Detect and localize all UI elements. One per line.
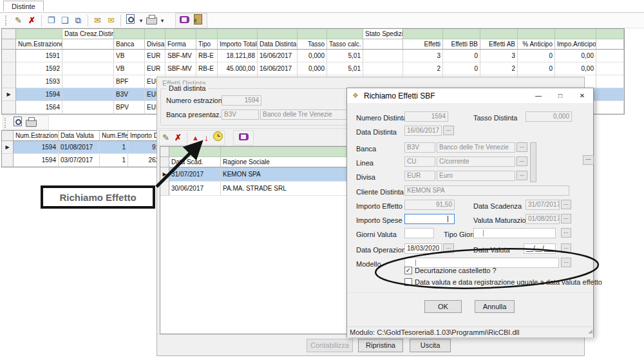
help-book-icon[interactable] (237, 131, 251, 144)
data-distinta-field[interactable]: 16/06/2017 (404, 126, 442, 136)
column-header[interactable] (596, 39, 624, 50)
contabilizza-button[interactable]: Contabilizza (307, 339, 353, 352)
data-operazione-field[interactable]: 18/03/2020 (404, 243, 442, 254)
mail-icon[interactable]: ✉ (104, 14, 118, 27)
warning-triangle-icon[interactable]: ▲ (190, 131, 201, 144)
toolbar-drag-handle[interactable] (5, 15, 8, 26)
column-header[interactable]: Banca (114, 39, 145, 50)
export-mail-icon[interactable]: ✉ (91, 14, 104, 27)
row-selector-current[interactable]: ▶ (160, 167, 169, 182)
column-header[interactable]: Num.Estrazione (16, 39, 62, 50)
table-row[interactable]: 1592VBEURSBF-MVRB-E45.000,0016/06/20170,… (2, 62, 624, 75)
decurtazione-checkbox[interactable]: ✓ (404, 267, 412, 274)
print-preview-icon[interactable] (11, 117, 24, 129)
row-selector-current[interactable]: ▶ (2, 141, 14, 154)
row-selector[interactable] (2, 101, 16, 114)
column-header[interactable]: Num.Effetti (100, 131, 128, 141)
ripristina-button[interactable]: Ripristina (358, 339, 403, 352)
data-valuta-browse-button[interactable]: ... (561, 243, 571, 253)
annulla-button[interactable]: Annulla (475, 300, 515, 313)
modello-browse-button[interactable]: ... (561, 258, 571, 267)
cliente-distinta-field[interactable]: KEMON SPA (404, 185, 569, 196)
tab-distinte[interactable]: Distinte (3, 1, 44, 12)
table-row[interactable]: 159403/07/20171262,30 (2, 154, 171, 167)
edit-icon[interactable]: ✎ (160, 131, 172, 144)
divisa-code-field[interactable]: EUR (404, 171, 435, 181)
valuta-maturazione-field[interactable]: 01/08/2017 (526, 214, 560, 224)
column-header[interactable]: Impo.Anticipo (555, 39, 596, 50)
linea-desc-field[interactable]: C/corrente (437, 156, 515, 167)
richiamo-effetto-icon[interactable]: ↓ (201, 131, 212, 144)
linea-browse-button[interactable]: ... (516, 156, 527, 166)
toolbar-drag-handle[interactable] (5, 118, 8, 128)
row-selector[interactable] (160, 182, 169, 196)
column-header[interactable]: Data Distinta (258, 39, 298, 50)
print-preview-icon[interactable] (124, 14, 137, 27)
cascade-windows-icon[interactable]: ⧉ (71, 14, 85, 27)
column-header[interactable]: Effetti (403, 39, 443, 50)
maximize-button[interactable]: □ (549, 88, 571, 103)
column-header[interactable]: % Anticipo (518, 39, 555, 50)
banca-desc-field[interactable]: Banco delle Tre Venezie (437, 142, 515, 153)
resize-grip-icon[interactable]: ◢ (588, 328, 592, 334)
table-row[interactable]: ▶159401/08/2017191,50 (2, 141, 171, 154)
column-header[interactable] (363, 39, 403, 50)
delete-icon[interactable]: ✗ (25, 14, 39, 27)
divisa-browse-button[interactable]: ... (516, 171, 527, 180)
numero-distinta-field[interactable]: 1594 (404, 111, 448, 122)
column-header[interactable]: Effetti BB (443, 39, 480, 50)
row-selector[interactable] (2, 62, 16, 75)
column-header[interactable]: Importo Totale (218, 39, 258, 50)
data-distinta-browse-button[interactable]: ... (443, 126, 454, 135)
column-header[interactable] (62, 39, 114, 50)
column-header[interactable]: Effetti AB (480, 39, 518, 50)
data-scadenza-browse-button[interactable]: ... (561, 200, 571, 209)
minimize-button[interactable]: — (527, 88, 549, 103)
chevron-down-icon[interactable]: ▾ (137, 14, 145, 27)
banca-browse-button[interactable]: ... (516, 142, 527, 152)
chevron-down-icon[interactable]: ▾ (158, 14, 166, 27)
data-valuta-uguale-checkbox[interactable] (404, 278, 412, 286)
clock-icon[interactable] (212, 131, 224, 144)
dialog-titlebar[interactable]: ❖ Richiamo Effetti SBF — □ ✕ (347, 88, 593, 103)
giorni-valuta-field[interactable] (404, 228, 434, 238)
table-row[interactable]: 1591VBEURSBF-MVRB-E18.121,8816/06/20170,… (2, 50, 624, 62)
tipo-giorni-field[interactable] (473, 228, 556, 238)
column-header[interactable]: Num.Estrazione (14, 131, 59, 141)
exit-door-icon[interactable] (191, 14, 205, 27)
linea-code-field[interactable]: CU (404, 156, 435, 167)
tipo-giorni-browse-button[interactable]: ... (561, 228, 571, 238)
banca-code-field[interactable]: B3V (404, 142, 435, 153)
column-header[interactable]: Divisa (145, 39, 166, 50)
print-icon[interactable] (145, 14, 158, 27)
edit-icon[interactable]: ✎ (12, 14, 25, 27)
data-valuta-field[interactable]: __/__/____ (524, 243, 556, 254)
row-selector[interactable] (2, 75, 16, 88)
column-header[interactable]: Data Valuta (59, 131, 100, 141)
copy-window-icon[interactable]: ❐ (44, 14, 58, 27)
delete-icon[interactable]: ✗ (172, 131, 184, 144)
column-header[interactable]: Forma (166, 39, 196, 50)
print-icon[interactable] (24, 117, 38, 129)
column-header[interactable]: Tasso (298, 39, 327, 50)
help-book-icon[interactable] (178, 14, 191, 27)
row-selector[interactable] (2, 50, 16, 62)
tasso-distinta-field[interactable]: 0,000 (526, 111, 572, 122)
properties-window-icon[interactable]: ❑ (58, 14, 71, 27)
vertical-scrollbar[interactable] (530, 142, 536, 182)
banca-presentaz-code-field[interactable]: B3V (222, 109, 259, 120)
data-operazione-browse-button[interactable]: ... (443, 243, 454, 253)
valuta-maturazione-browse-button[interactable]: ... (561, 214, 571, 223)
column-group-header[interactable]: Data Creaz.Distinta (62, 29, 114, 39)
importo-effetto-field[interactable]: 91,50 (404, 200, 455, 210)
column-header[interactable]: Tasso calc. (327, 39, 363, 50)
row-selector-current[interactable]: ▶ (2, 88, 16, 101)
divisa-desc-field[interactable]: Euro (437, 171, 515, 181)
close-button[interactable]: ✕ (571, 88, 593, 103)
ok-button[interactable]: OK (424, 300, 462, 313)
data-scadenza-field[interactable]: 31/07/2017 (526, 200, 560, 210)
column-header[interactable]: Data Scad. (169, 157, 221, 167)
numero-estrazione-field[interactable]: 1594 (222, 95, 261, 106)
column-group-header[interactable]: Stato Spedizione (363, 29, 403, 39)
collapse-button[interactable]: — (583, 155, 594, 165)
